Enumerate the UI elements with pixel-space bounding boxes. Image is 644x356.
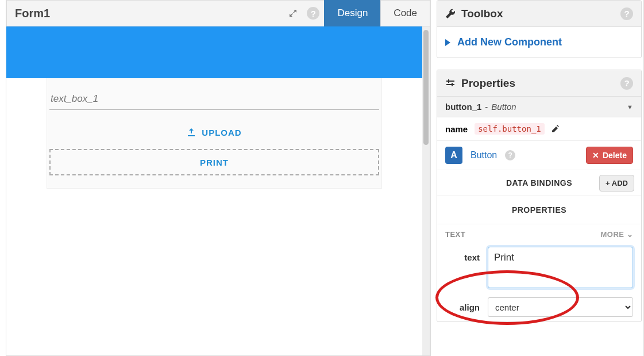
name-label: name — [445, 124, 468, 134]
card-panel[interactable]: UPLOAD PRINT — [47, 78, 382, 189]
canvas-header: Form1 ? Design Code — [6, 0, 430, 26]
type-link[interactable]: Button — [471, 150, 497, 160]
scroll-thumb[interactable] — [423, 30, 429, 145]
add-component-label: Add New Component — [457, 36, 562, 48]
tab-design[interactable]: Design — [324, 0, 380, 26]
help-icon[interactable]: ? — [620, 7, 633, 20]
align-select[interactable]: center — [488, 297, 633, 317]
align-field-label: align — [445, 303, 480, 312]
data-bindings-label: DATA BINDINGS — [506, 178, 572, 187]
help-icon[interactable]: ? — [307, 7, 319, 20]
data-bindings-row: DATA BINDINGS + ADD — [437, 170, 641, 196]
button-1-label: PRINT — [200, 158, 229, 167]
add-binding-button[interactable]: + ADD — [599, 175, 634, 192]
button-1-selected[interactable]: PRINT — [49, 149, 379, 175]
add-new-component[interactable]: Add New Component — [437, 27, 641, 58]
help-icon[interactable]: ? — [505, 150, 515, 160]
text-box-1[interactable] — [49, 91, 379, 110]
name-row: name self.button_1 — [437, 117, 641, 141]
design-canvas[interactable]: UPLOAD PRINT — [6, 26, 422, 355]
properties-panel: Properties ? button_1 - Button ▼ name se… — [437, 70, 642, 322]
canvas-scrollbar[interactable] — [422, 26, 430, 355]
triangle-right-icon — [445, 39, 450, 46]
chevron-down-icon: ⌄ — [627, 230, 634, 239]
toolbox-panel: Toolbox ? Add New Component — [437, 0, 642, 58]
add-label: ADD — [612, 179, 628, 187]
upload-label: UPLOAD — [202, 128, 241, 137]
file-loader[interactable]: UPLOAD — [47, 120, 381, 144]
sliders-icon — [445, 78, 456, 89]
plus-icon: + — [606, 179, 610, 187]
component-selector[interactable]: button_1 - Button ▼ — [437, 97, 641, 117]
align-field-row: align center — [437, 293, 641, 321]
text-section-header: TEXT MORE ⌄ — [437, 224, 641, 242]
component-badge: A — [445, 147, 462, 164]
properties-title: Properties — [461, 77, 515, 90]
more-toggle[interactable]: MORE ⌄ — [601, 230, 634, 239]
upload-icon — [187, 128, 196, 137]
close-icon: ✕ — [592, 151, 599, 160]
caret-down-icon: ▼ — [627, 104, 633, 110]
component-type: Button — [491, 102, 516, 112]
app-bar[interactable] — [6, 26, 422, 78]
form-title: Form1 — [7, 7, 286, 20]
delete-label: Delete — [603, 151, 627, 160]
text-field-label: text — [445, 247, 480, 262]
toolbox-title: Toolbox — [461, 7, 503, 20]
name-code: self.button_1 — [475, 123, 545, 135]
help-icon[interactable]: ? — [620, 77, 633, 90]
more-label: MORE — [601, 230, 624, 239]
wrench-icon — [445, 9, 456, 19]
text-field-input[interactable] — [488, 247, 633, 288]
text-section-label: TEXT — [445, 230, 465, 239]
text-field-row: text — [437, 242, 641, 293]
delete-button[interactable]: ✕ Delete — [586, 147, 633, 164]
type-row: A Button ? ✕ Delete — [437, 141, 641, 170]
tab-code[interactable]: Code — [380, 0, 430, 26]
edit-name-icon[interactable] — [552, 125, 560, 133]
component-name: button_1 — [445, 102, 481, 112]
expand-icon[interactable] — [286, 6, 300, 20]
properties-section-title: PROPERTIES — [437, 196, 641, 224]
